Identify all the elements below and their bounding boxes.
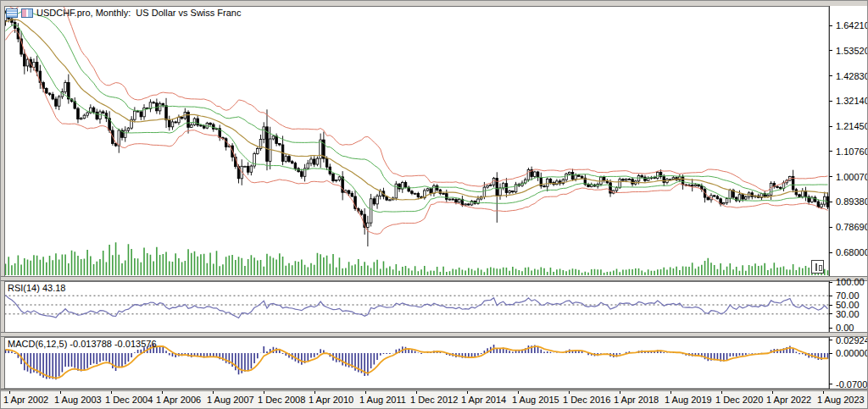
time-axis-tick: [670, 391, 671, 394]
macd-tick-label: -0.070035: [836, 380, 868, 389]
time-axis-label: 1 Apr 2022: [766, 395, 811, 405]
scroll-anchor-glyph: [819, 265, 822, 271]
macd-label: MACD(6,12,5) -0.013788 -0.013576: [8, 340, 157, 348]
rsi-tick-label: 70.00: [836, 291, 860, 300]
rsi-panel-area[interactable]: [4, 281, 829, 332]
time-axis-label: 1 Dec 2004: [105, 395, 153, 405]
price-axis-tick: [829, 50, 832, 51]
time-axis-label: 1 Dec 2008: [258, 395, 305, 405]
chart-title-bar: USDCHF.pro, Monthly: US Dollar vs Swiss …: [6, 7, 241, 19]
time-axis-label: 1 Aug 2003: [54, 395, 102, 405]
price-tick-label: 1.53520: [836, 47, 868, 55]
price-axis[interactable]: 1.642101.535201.428301.321401.214501.107…: [829, 1, 868, 391]
time-axis-tick: [416, 391, 417, 394]
price-tick-label: 1.00070: [836, 173, 868, 181]
time-axis[interactable]: 1 Apr 20021 Aug 20031 Dec 20041 Apr 2006…: [1, 391, 868, 409]
time-axis-tick: [264, 391, 264, 394]
time-axis-tick: [620, 391, 620, 394]
scroll-anchor-glyph: [815, 263, 817, 271]
time-axis-tick: [721, 391, 722, 394]
time-axis-tick: [365, 391, 366, 394]
price-axis-tick: [829, 151, 832, 152]
rsi-tick-label: 0.00: [836, 323, 854, 332]
price-axis-tick: [829, 101, 832, 102]
metatrader-chart-window: USDCHF.pro, Monthly: US Dollar vs Swiss …: [0, 0, 868, 409]
rsi-axis-tick: [829, 282, 832, 283]
time-axis-tick: [467, 391, 468, 394]
macd-axis-tick: [829, 353, 832, 354]
macd-tick-label: 0.000000: [836, 349, 868, 357]
price-tick-label: 1.10760: [836, 147, 868, 156]
time-axis-tick: [823, 391, 824, 394]
rsi-axis-tick: [829, 313, 832, 314]
macd-axis-tick: [829, 340, 832, 340]
main-chart-area[interactable]: [4, 6, 829, 276]
time-axis-label: 1 Dec 2012: [410, 395, 458, 405]
price-tick-label: 1.42830: [836, 72, 868, 80]
price-tick-label: 0.68000: [836, 248, 868, 257]
time-axis-label: 1 Apr 2010: [309, 395, 353, 405]
time-axis-label: 1 Aug 2023: [817, 395, 865, 405]
time-axis-tick: [162, 391, 163, 394]
price-tick-label: 0.78690: [836, 223, 868, 231]
time-axis-label: 1 Aug 2019: [665, 395, 712, 405]
price-tick-label: 1.32140: [836, 97, 868, 105]
time-axis-label: 1 Aug 2007: [207, 395, 254, 405]
price-tick-label: 1.64210: [836, 21, 868, 30]
time-axis-tick: [772, 391, 773, 394]
rsi-axis-tick: [829, 296, 832, 296]
macd-axis-tick: [829, 384, 832, 384]
price-axis-tick: [829, 176, 832, 177]
time-axis-label: 1 Apr 2006: [156, 395, 201, 405]
price-axis-tick: [829, 227, 832, 228]
rsi-axis-tick: [829, 305, 832, 306]
time-axis-tick: [60, 391, 61, 394]
chart-window-icon[interactable]: [21, 8, 33, 18]
panel-splitter[interactable]: [1, 332, 868, 337]
time-axis-tick: [111, 391, 112, 394]
time-axis-label: 1 Apr 2018: [614, 395, 659, 405]
scroll-anchor-box[interactable]: [811, 260, 824, 274]
price-axis-tick: [829, 126, 832, 127]
time-axis-tick: [9, 391, 10, 394]
panel-splitter[interactable]: [1, 276, 868, 281]
time-axis-label: 1 Aug 2011: [359, 395, 406, 405]
price-axis-tick: [829, 75, 832, 76]
time-axis-label: 1 Dec 2020: [715, 395, 763, 405]
time-axis-label: 1 Apr 2014: [461, 395, 506, 405]
time-axis-tick: [569, 391, 570, 394]
rsi-label: RSI(14) 43.18: [8, 284, 65, 292]
price-axis-tick: [829, 25, 832, 26]
time-axis-label: 1 Aug 2015: [512, 395, 559, 405]
chart-title: USDCHF.pro, Monthly: US Dollar vs Swiss …: [36, 8, 241, 18]
time-axis-label: 1 Apr 2002: [3, 395, 48, 405]
time-axis-tick: [518, 391, 519, 394]
price-tick-label: 0.89380: [836, 197, 868, 206]
indicator-list-icon[interactable]: [6, 8, 18, 18]
rsi-tick-label: 100.00: [836, 278, 865, 286]
price-tick-label: 1.21450: [836, 122, 868, 130]
rsi-tick-label: 50.00: [836, 301, 860, 309]
time-axis-label: 1 Dec 2016: [563, 395, 610, 405]
price-axis-tick: [829, 202, 832, 202]
time-axis-tick: [213, 391, 214, 394]
time-axis-tick: [314, 391, 315, 394]
price-axis-tick: [829, 252, 832, 253]
rsi-tick-label: 30.00: [836, 310, 860, 318]
macd-tick-label: 0.029247: [836, 336, 868, 345]
rsi-axis-tick: [829, 328, 832, 329]
